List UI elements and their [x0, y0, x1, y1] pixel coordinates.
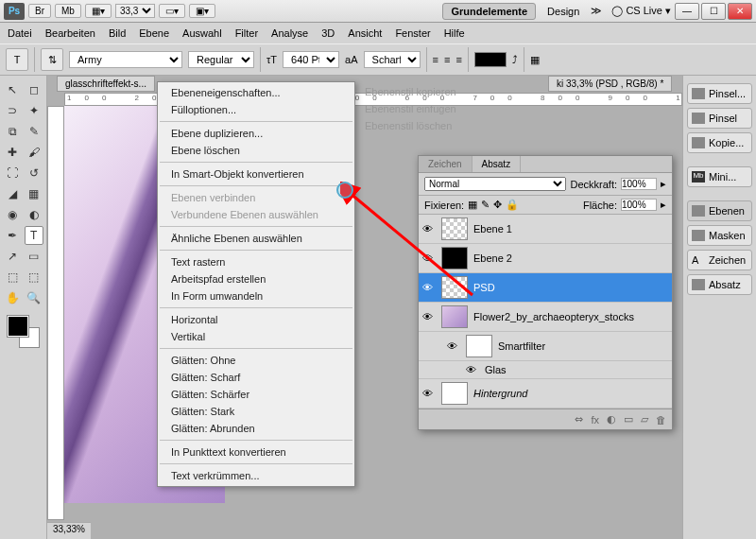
ctx-item[interactable]: Glätten: Ohne [158, 352, 354, 369]
visibility-icon[interactable]: 👁 [447, 340, 460, 352]
bridge-button[interactable]: Br [28, 4, 51, 18]
eraser-tool[interactable]: ◢ [3, 184, 23, 203]
wand-tool[interactable]: ✦ [25, 101, 44, 120]
dock-ebenen[interactable]: Ebenen [687, 200, 752, 221]
layer-row[interactable]: 👁Flower2_by_archaeopteryx_stocks [419, 303, 672, 332]
dock-minibridge[interactable]: MbMini... [687, 166, 752, 187]
color-swatches[interactable] [8, 316, 42, 350]
layer-fx-icon[interactable]: fx [591, 414, 599, 426]
layer-mask-icon[interactable]: ◐ [607, 413, 616, 426]
eyedropper-tool[interactable]: ✎ [25, 122, 44, 141]
gradient-tool[interactable]: ▦ [25, 184, 44, 203]
ctx-item[interactable]: Text rastern [158, 253, 354, 270]
text-orientation-button[interactable]: ⇅ [41, 48, 63, 71]
move-tool[interactable]: ↖ [3, 80, 23, 99]
view-grid-button[interactable]: ▦▾ [85, 4, 112, 18]
stamp-tool[interactable]: ⛶ [3, 164, 23, 183]
ctx-item[interactable]: Glätten: Scharf [158, 369, 354, 386]
new-layer-icon[interactable]: ▱ [641, 413, 648, 426]
ctx-item[interactable]: In Smart-Objekt konvertieren [158, 165, 354, 183]
crop-tool[interactable]: ⧉ [3, 122, 23, 141]
visibility-icon[interactable]: 👁 [422, 311, 436, 322]
dock-absatz[interactable]: Absatz [687, 274, 752, 295]
ctx-item[interactable]: Ebeneneigenschaften... [158, 84, 354, 101]
visibility-icon[interactable]: 👁 [422, 388, 436, 399]
dock-zeichen[interactable]: AZeichen [687, 250, 752, 270]
zoom-select[interactable]: 33,3 [115, 4, 155, 18]
screen-mode-button[interactable]: ▣▾ [189, 4, 215, 18]
hand-tool[interactable]: ✋ [3, 288, 23, 307]
ctx-item[interactable]: Glätten: Abrunden [158, 420, 354, 437]
layer-row[interactable]: 👁Glas [419, 361, 672, 379]
document-tab-1[interactable]: glasschrifteffekt-s... [57, 76, 155, 92]
dock-pinsel[interactable]: Pinsel [687, 108, 752, 129]
ctx-item[interactable]: Ebene duplizieren... [158, 125, 354, 142]
font-size-select[interactable]: 640 Pt [283, 51, 339, 68]
panel-tab-absatz[interactable]: Absatz [472, 156, 522, 172]
warp-text-button[interactable]: ⤴ [512, 54, 518, 65]
current-tool-icon[interactable]: T [6, 48, 28, 71]
align-center-button[interactable]: ≡ [444, 54, 450, 65]
lasso-tool[interactable]: ⊃ [3, 101, 23, 120]
workspace-tab-design[interactable]: Design [540, 4, 587, 19]
dock-masken[interactable]: Masken [687, 225, 752, 246]
opacity-input[interactable] [621, 178, 657, 190]
marquee-tool[interactable]: ◻ [25, 80, 44, 99]
link-layers-icon[interactable]: ⇔ [575, 413, 583, 426]
minimize-button[interactable]: — [675, 3, 699, 20]
zoom-tool[interactable]: 🔍 [25, 288, 44, 307]
workspace-more-icon[interactable]: ≫ [591, 5, 602, 17]
lock-all-icon[interactable]: 🔒 [506, 199, 519, 211]
document-tab-2[interactable]: ki 33,3% (PSD , RGB/8) * [548, 76, 672, 92]
dock-pinselvorgaben[interactable]: Pinsel... [687, 83, 752, 104]
shape-tool[interactable]: ▭ [25, 247, 44, 266]
workspace-tab-active[interactable]: Grundelemente [442, 3, 536, 20]
close-button[interactable]: ✕ [728, 3, 752, 20]
ctx-item[interactable]: In Punkttext konvertieren [158, 443, 354, 461]
path-tool[interactable]: ↗ [3, 247, 23, 266]
antialias-select[interactable]: Scharf [364, 51, 421, 68]
dock-kopierquelle[interactable]: Kopie... [687, 132, 752, 153]
heal-tool[interactable]: ✚ [3, 143, 23, 162]
align-left-button[interactable]: ≡ [433, 54, 438, 65]
trash-icon[interactable]: 🗑 [656, 414, 666, 426]
character-panel-button[interactable]: ▦ [530, 54, 540, 66]
fill-input[interactable] [621, 199, 657, 211]
ctx-item[interactable]: Glätten: Schärfer [158, 386, 354, 403]
menu-ansicht[interactable]: Ansicht [348, 27, 382, 39]
visibility-icon[interactable]: 👁 [466, 364, 479, 375]
ctx-item[interactable]: Text verkrümmen... [158, 467, 354, 484]
cslive-button[interactable]: ◯ CS Live ▾ [611, 5, 671, 17]
layer-row[interactable]: 👁Smartfilter [419, 332, 672, 361]
adjustment-icon[interactable]: ▭ [624, 413, 633, 426]
menu-bild[interactable]: Bild [109, 27, 126, 39]
ctx-item[interactable]: Ebene löschen [158, 142, 354, 159]
arrange-button[interactable]: ▭▾ [159, 4, 185, 18]
menu-3d[interactable]: 3D [321, 27, 335, 39]
font-style-select[interactable]: Regular [188, 51, 254, 68]
pen-tool[interactable]: ✒ [3, 226, 23, 245]
menu-fenster[interactable]: Fenster [395, 27, 430, 39]
panel-tab-zeichen[interactable]: Zeichen [419, 156, 472, 172]
menu-filter[interactable]: Filter [235, 27, 258, 39]
history-tool[interactable]: ↺ [25, 164, 44, 183]
ctx-item[interactable]: Arbeitspfad erstellen [158, 270, 354, 287]
ctx-item[interactable]: Glätten: Stark [158, 403, 354, 420]
menu-hilfe[interactable]: Hilfe [444, 27, 465, 39]
menu-auswahl[interactable]: Auswahl [182, 27, 222, 39]
ctx-item[interactable]: Vertikal [158, 328, 354, 345]
menu-analyse[interactable]: Analyse [271, 27, 308, 39]
blur-tool[interactable]: ◉ [3, 205, 23, 224]
menu-datei[interactable]: Datei [8, 27, 32, 39]
3d-cam-tool[interactable]: ⬚ [25, 268, 44, 287]
type-tool[interactable]: T [25, 226, 44, 245]
align-right-button[interactable]: ≡ [455, 54, 461, 65]
ctx-item[interactable]: Fülloptionen... [158, 101, 354, 118]
maximize-button[interactable]: ☐ [701, 3, 726, 20]
brush-tool[interactable]: 🖌 [25, 143, 44, 162]
dodge-tool[interactable]: ◐ [25, 205, 44, 224]
status-zoom[interactable]: 33,33% [47, 522, 91, 539]
menu-bearbeiten[interactable]: Bearbeiten [45, 27, 95, 39]
ctx-item[interactable]: Ähnliche Ebenen auswählen [158, 230, 354, 247]
3d-tool[interactable]: ⬚ [3, 268, 23, 287]
